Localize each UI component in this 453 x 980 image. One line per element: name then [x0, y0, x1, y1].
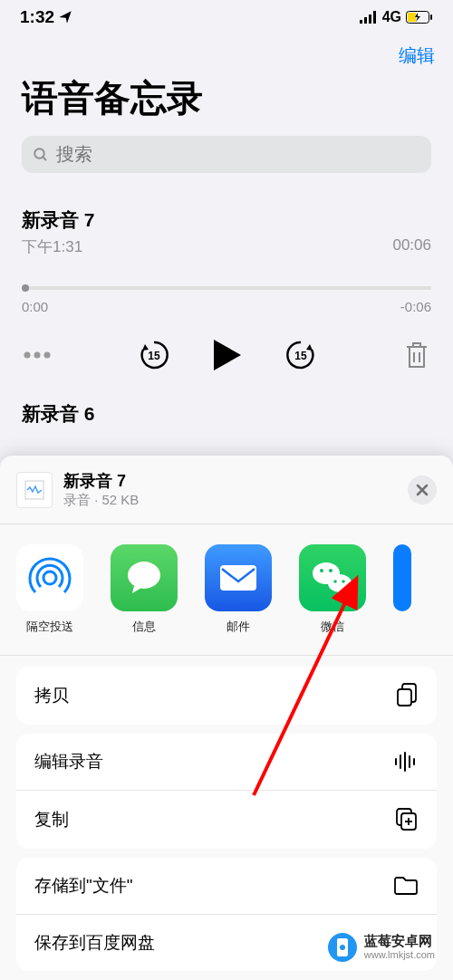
- search-box[interactable]: [22, 136, 431, 173]
- svg-point-25: [342, 580, 345, 583]
- slider-thumb[interactable]: [22, 284, 29, 292]
- recording-item[interactable]: 新录音 7 下午1:31 00:06 0:00 -0:06 15 15: [0, 193, 453, 383]
- status-time-area: 1:32: [20, 7, 72, 27]
- app-label: 微信: [321, 619, 344, 635]
- recording-meta: 下午1:31 00:06: [22, 236, 431, 257]
- svg-rect-0: [360, 20, 362, 24]
- file-info: 新录音 7 录音 · 52 KB: [63, 470, 397, 509]
- action-label: 复制: [34, 808, 69, 831]
- rewind-15-icon[interactable]: 15: [138, 339, 170, 371]
- svg-rect-1: [364, 17, 367, 24]
- action-label: 编辑录音: [34, 750, 103, 773]
- signal-icon: [360, 11, 378, 24]
- close-button[interactable]: [408, 476, 437, 504]
- action-edit-recording[interactable]: 编辑录音: [16, 734, 437, 790]
- slider-times: 0:00 -0:06: [22, 299, 431, 314]
- search-icon: [33, 147, 49, 163]
- app-wechat[interactable]: 微信: [299, 544, 366, 635]
- network-label: 4G: [382, 9, 401, 25]
- search-input[interactable]: [56, 144, 420, 165]
- pos-start: 0:00: [22, 299, 48, 314]
- action-save-files[interactable]: 存储到"文件": [16, 858, 437, 914]
- svg-point-24: [333, 580, 337, 583]
- svg-point-9: [24, 352, 31, 359]
- action-label: 拷贝: [34, 684, 69, 707]
- page-title: 语音备忘录: [0, 73, 453, 136]
- svg-line-8: [43, 157, 46, 160]
- status-bar: 1:32 4G: [0, 0, 453, 31]
- recording-title: 新录音 7: [22, 207, 431, 233]
- airdrop-icon: [25, 553, 74, 602]
- svg-point-22: [320, 569, 323, 572]
- app-messages[interactable]: 信息: [111, 544, 178, 635]
- recording-2-title: 新录音 6: [22, 403, 95, 424]
- share-file-name: 新录音 7: [63, 470, 397, 492]
- duplicate-icon: [395, 807, 419, 832]
- svg-text:15: 15: [294, 350, 307, 362]
- close-icon: [416, 484, 429, 496]
- svg-rect-6: [430, 14, 432, 20]
- action-copy[interactable]: 拷贝: [16, 667, 437, 725]
- action-label: 存储到"文件": [34, 874, 133, 898]
- app-mail[interactable]: 邮件: [205, 544, 272, 635]
- recording-duration: 00:06: [392, 236, 431, 257]
- mail-icon: [217, 562, 260, 594]
- svg-point-18: [128, 562, 160, 589]
- playback-controls: 15 15: [22, 338, 431, 372]
- sheet-header: 新录音 7 录音 · 52 KB: [0, 470, 453, 524]
- svg-point-7: [34, 149, 44, 159]
- trash-icon[interactable]: [404, 341, 429, 370]
- wechat-icon: [310, 558, 355, 598]
- action-label: 保存到百度网盘: [34, 931, 155, 955]
- svg-point-17: [43, 572, 56, 584]
- share-sheet: 新录音 7 录音 · 52 KB 隔空投送 信息 邮件: [0, 456, 453, 980]
- action-duplicate[interactable]: 复制: [16, 790, 437, 849]
- pos-end: -0:06: [400, 299, 431, 314]
- svg-point-10: [34, 352, 41, 359]
- edit-button[interactable]: 编辑: [399, 43, 435, 68]
- app-label: 隔空投送: [26, 619, 73, 635]
- recording-item-2[interactable]: 新录音 6: [0, 383, 453, 427]
- play-icon[interactable]: [212, 338, 243, 372]
- svg-rect-3: [373, 11, 376, 24]
- forward-15-icon[interactable]: 15: [284, 339, 317, 371]
- playback-slider[interactable]: [22, 286, 431, 290]
- svg-rect-5: [408, 13, 416, 22]
- more-icon[interactable]: [24, 350, 51, 360]
- status-right: 4G: [360, 9, 433, 25]
- recording-time: 下午1:31: [22, 236, 82, 257]
- watermark-title: 蓝莓安卓网: [364, 933, 435, 949]
- svg-rect-2: [369, 14, 371, 24]
- app-partial[interactable]: [393, 544, 411, 635]
- app-airdrop[interactable]: 隔空投送: [16, 544, 83, 635]
- watermark-url: www.lmkjst.com: [364, 949, 435, 961]
- file-thumbnail-icon: [16, 472, 53, 508]
- svg-point-37: [340, 945, 345, 950]
- waveform-icon: [393, 752, 419, 772]
- svg-point-11: [44, 352, 51, 359]
- status-time: 1:32: [20, 7, 54, 27]
- svg-rect-19: [220, 565, 256, 591]
- folder-icon: [393, 876, 419, 896]
- svg-point-23: [329, 569, 333, 572]
- watermark-icon: [328, 933, 357, 962]
- app-label: 邮件: [226, 619, 250, 635]
- svg-text:15: 15: [148, 350, 160, 362]
- share-file-meta: 录音 · 52 KB: [63, 492, 397, 509]
- share-actions: 拷贝 编辑录音 复制 存储到"文件" 保存到百度网盘: [0, 656, 453, 971]
- location-icon: [58, 10, 72, 24]
- svg-rect-26: [398, 689, 411, 706]
- app-label: 信息: [132, 619, 156, 635]
- messages-icon: [123, 557, 165, 599]
- nav-bar: 编辑: [0, 31, 453, 73]
- watermark: 蓝莓安卓网 www.lmkjst.com: [328, 933, 435, 962]
- battery-icon: [406, 11, 433, 24]
- svg-point-21: [328, 574, 352, 592]
- copy-icon: [395, 683, 419, 708]
- share-apps-row: 隔空投送 信息 邮件 微信: [0, 524, 453, 656]
